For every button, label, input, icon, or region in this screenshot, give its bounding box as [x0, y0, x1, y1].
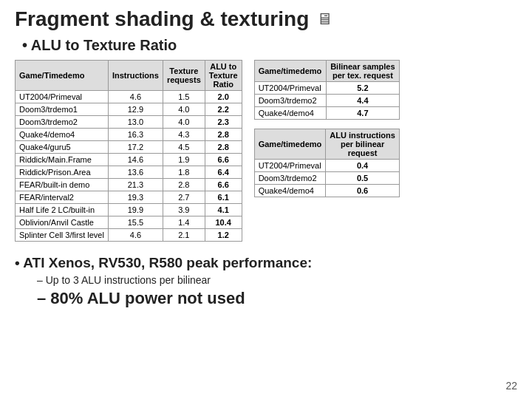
- table-cell: 4.1: [205, 204, 242, 216]
- col-bilinear: Bilinear samplesper tex. request: [326, 61, 399, 82]
- table-cell: 3.9: [163, 204, 205, 216]
- right-tables: Game/timedemo Bilinear samplesper tex. r…: [254, 60, 400, 242]
- table-cell: 2.1: [163, 229, 205, 242]
- table-cell: 2.3: [205, 116, 242, 129]
- table-row: Doom3/trdemo213.04.02.3: [16, 116, 242, 129]
- table-row: UT2004/Primeval0.4: [254, 160, 399, 172]
- table-row: Quake4/demo40.6: [254, 185, 399, 197]
- table-cell: 1.2: [205, 229, 242, 242]
- table-cell: Quake4/demo4: [16, 129, 109, 141]
- table-cell: 19.3: [108, 191, 163, 204]
- table-cell: 2.2: [205, 103, 242, 116]
- table-row: FEAR/interval219.32.76.1: [16, 191, 242, 204]
- table-cell: 16.3: [108, 129, 163, 141]
- table-row: UT2004/Primeval5.2: [254, 82, 399, 95]
- table-row: Riddick/Prison.Area13.61.86.4: [16, 166, 242, 179]
- table-cell: 6.6: [205, 154, 242, 166]
- table-cell: Quake4/demo4: [254, 107, 326, 120]
- table-cell: 19.9: [108, 204, 163, 216]
- table-cell: Riddick/Prison.Area: [16, 166, 109, 179]
- table-row: Quake4/guru517.24.52.8: [16, 141, 242, 154]
- table-cell: UT2004/Primeval: [16, 91, 109, 103]
- table-cell: 4.7: [326, 107, 399, 120]
- tables-row: Game/Timedemo Instructions Texturereques…: [15, 60, 517, 242]
- table-cell: 6.1: [205, 191, 242, 204]
- table-cell: 15.5: [108, 216, 163, 229]
- col-alu-instr: ALU instructionsper bilinearrequest: [326, 129, 400, 160]
- table-cell: 4.6: [108, 229, 163, 242]
- col-game-rt: Game/timedemo: [254, 61, 326, 82]
- table-cell: 2.7: [163, 191, 205, 204]
- table-cell: 13.6: [108, 166, 163, 179]
- section-header: ALU to Texture Ratio: [22, 37, 517, 54]
- col-alu-ratio: ALU toTextureRatio: [205, 61, 242, 91]
- table-cell: Riddick/Main.Frame: [16, 154, 109, 166]
- page-number: 22: [505, 380, 517, 392]
- table-cell: 1.9: [163, 154, 205, 166]
- table-row: Quake4/demo44.7: [254, 107, 399, 120]
- right-table-top: Game/timedemo Bilinear samplesper tex. r…: [254, 60, 400, 120]
- table-cell: 0.5: [326, 172, 400, 185]
- table-cell: Quake4/guru5: [16, 141, 109, 154]
- table-row: FEAR/built-in demo21.32.86.6: [16, 179, 242, 191]
- table-cell: Doom3/trdemo2: [16, 116, 109, 129]
- page: Fragment shading & texturing 🖥 ALU to Te…: [0, 0, 532, 399]
- table-cell: 21.3: [108, 179, 163, 191]
- col-game-rb: Game/timedemo: [254, 129, 326, 160]
- bottom-bullet: ATI Xenos, RV530, R580 peak performance:: [15, 255, 517, 271]
- table-cell: 6.4: [205, 166, 242, 179]
- table-cell: UT2004/Primeval: [254, 160, 326, 172]
- table-row: UT2004/Primeval4.61.52.0: [16, 91, 242, 103]
- col-texture-requests: Texturerequests: [163, 61, 205, 91]
- table-cell: 4.0: [163, 103, 205, 116]
- table-cell: 4.6: [108, 91, 163, 103]
- sub-bullet: Up to 3 ALU instructions per bilinear: [37, 274, 517, 286]
- table-cell: 4.5: [163, 141, 205, 154]
- table-cell: Quake4/demo4: [254, 185, 326, 197]
- table-cell: 2.8: [163, 179, 205, 191]
- table-cell: Splinter Cell 3/first level: [16, 229, 109, 242]
- table-cell: Doom3/trdemo2: [254, 95, 326, 107]
- table-cell: UT2004/Primeval: [254, 82, 326, 95]
- table-row: Riddick/Main.Frame14.61.96.6: [16, 154, 242, 166]
- table-cell: 5.2: [326, 82, 399, 95]
- table-row: Quake4/demo416.34.32.8: [16, 129, 242, 141]
- table-cell: 2.0: [205, 91, 242, 103]
- table-cell: Doom3/trdemo2: [254, 172, 326, 185]
- table-row: Doom3/trdemo112.94.02.2: [16, 103, 242, 116]
- table-row: Oblivion/Anvil Castle15.51.410.4: [16, 216, 242, 229]
- page-title: Fragment shading & texturing: [15, 7, 309, 31]
- table-row: Half Life 2 LC/built-in19.93.94.1: [16, 204, 242, 216]
- table-cell: 1.4: [163, 216, 205, 229]
- table-cell: 1.8: [163, 166, 205, 179]
- table-cell: 12.9: [108, 103, 163, 116]
- table-cell: 4.3: [163, 129, 205, 141]
- table-cell: 2.8: [205, 129, 242, 141]
- col-instructions: Instructions: [108, 61, 163, 91]
- table-cell: 1.5: [163, 91, 205, 103]
- table-cell: 6.6: [205, 179, 242, 191]
- title-bar: Fragment shading & texturing 🖥: [15, 7, 517, 31]
- table-cell: Doom3/trdemo1: [16, 103, 109, 116]
- table-cell: 4.0: [163, 116, 205, 129]
- table-cell: 0.4: [326, 160, 400, 172]
- table-cell: Oblivion/Anvil Castle: [16, 216, 109, 229]
- table-cell: 17.2: [108, 141, 163, 154]
- table-cell: 4.4: [326, 95, 399, 107]
- bottom-section: ATI Xenos, RV530, R580 peak performance:…: [15, 255, 517, 308]
- table-cell: 10.4: [205, 216, 242, 229]
- slide-icon: 🖥: [316, 10, 332, 29]
- col-game: Game/Timedemo: [16, 61, 109, 91]
- table-row: Doom3/trdemo20.5: [254, 172, 399, 185]
- table-row: Doom3/trdemo24.4: [254, 95, 399, 107]
- table-row: Splinter Cell 3/first level4.62.11.2: [16, 229, 242, 242]
- big-bullet: 80% ALU power not used: [37, 289, 517, 308]
- right-table-bottom: Game/timedemo ALU instructionsper biline…: [254, 129, 400, 197]
- table-cell: 13.0: [108, 116, 163, 129]
- left-table: Game/Timedemo Instructions Texturereques…: [15, 60, 242, 242]
- table-cell: 2.8: [205, 141, 242, 154]
- table-cell: 0.6: [326, 185, 400, 197]
- table-cell: Half Life 2 LC/built-in: [16, 204, 109, 216]
- table-cell: FEAR/built-in demo: [16, 179, 109, 191]
- table-cell: 14.6: [108, 154, 163, 166]
